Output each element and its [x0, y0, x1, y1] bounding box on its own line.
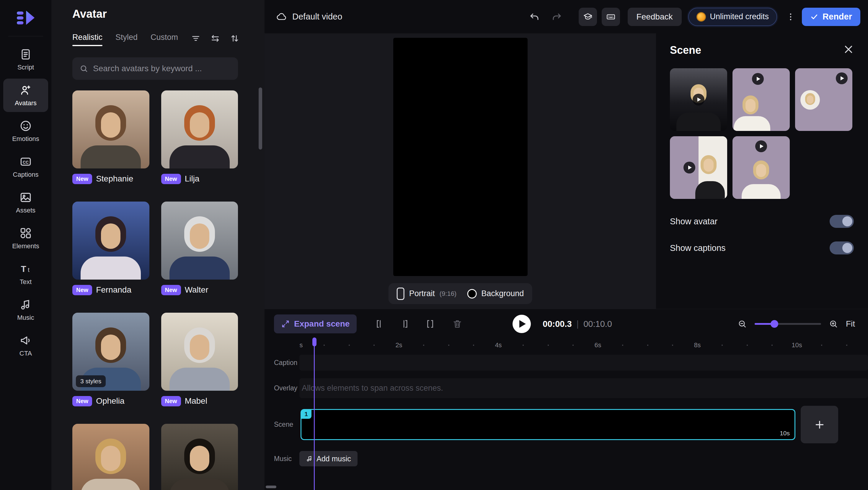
avatar-panel: Avatar Realistic Styled Custom — [51, 0, 265, 490]
more-menu-button[interactable] — [785, 12, 797, 22]
zoom-slider-thumb[interactable] — [771, 320, 778, 328]
sidebar-item-label: CTA — [20, 350, 32, 357]
split-icon[interactable] — [400, 319, 410, 329]
avatars-icon — [19, 84, 32, 97]
avatar-card[interactable]: New Mabel — [161, 313, 238, 407]
scene-layout-thumb-2[interactable] — [733, 68, 790, 131]
avatar-card[interactable]: New Lilja — [161, 90, 238, 184]
avatar-card[interactable]: New Stephanie — [72, 90, 149, 184]
tutorial-button[interactable] — [579, 8, 597, 26]
avatar-tab[interactable]: Realistic — [72, 33, 102, 46]
show-captions-toggle[interactable] — [830, 241, 854, 255]
sidebar-item-cta[interactable]: CTA — [3, 329, 48, 362]
avatar-photo — [72, 424, 149, 490]
trim-end-icon[interactable] — [425, 319, 435, 329]
content-row: Portrait (9:16) Background Scene — [265, 33, 868, 309]
avatar-card[interactable] — [72, 424, 149, 490]
swap-icon[interactable] — [211, 34, 220, 43]
avatar-grid: New Stephanie New Lilja — [72, 90, 238, 490]
expand-scene-button[interactable]: Expand scene — [274, 314, 356, 334]
ruler-tick — [747, 345, 748, 346]
playhead[interactable] — [314, 338, 315, 490]
portrait-phone-icon — [397, 288, 404, 300]
filter-icon[interactable] — [191, 34, 200, 43]
avatar-silhouette-head — [95, 439, 126, 474]
avatar-card[interactable]: New Walter — [161, 202, 238, 295]
scene-clip[interactable]: 1 10s — [301, 409, 795, 440]
caption-track[interactable] — [299, 355, 868, 371]
sidebar-item-label: Elements — [12, 242, 39, 250]
new-badge: New — [72, 174, 92, 184]
sidebar-item-text[interactable]: Tt Text — [3, 257, 48, 291]
new-badge: New — [161, 396, 181, 406]
doc-title-group[interactable]: Default video — [276, 11, 342, 22]
timeline-ruler[interactable]: 0s 2s 4s — [299, 339, 868, 352]
canvas-area: Portrait (9:16) Background — [265, 33, 656, 309]
sidebar-item-script[interactable]: Script — [3, 43, 48, 76]
scene-layout-thumb-1[interactable] — [670, 68, 727, 131]
avatar-meta: New Lilja — [161, 173, 238, 184]
delete-icon[interactable] — [452, 319, 462, 329]
fit-button[interactable]: Fit — [846, 319, 855, 329]
zoom-slider[interactable] — [755, 323, 821, 325]
time-display: 00:00.3 | 00:10.0 — [542, 319, 612, 329]
avatar-card[interactable] — [161, 424, 238, 490]
sidebar-item-music[interactable]: Music — [3, 293, 48, 326]
ruler-tick — [323, 345, 325, 346]
overlay-track-label: Overlay — [274, 384, 299, 392]
play-icon — [693, 94, 705, 106]
add-scene-button[interactable] — [801, 406, 838, 443]
timeline-horizontal-scrollbar[interactable] — [266, 486, 276, 488]
avatar-tab[interactable]: Custom — [151, 33, 178, 46]
person-silhouette — [701, 155, 717, 174]
kebab-icon — [786, 12, 795, 22]
toggle-knob — [842, 243, 852, 253]
music-note-icon — [306, 455, 313, 462]
sidebar-item-elements[interactable]: Elements — [3, 222, 48, 255]
avatar-card[interactable]: 3 styles New Ophelia — [72, 313, 149, 407]
ruler-tick — [473, 345, 474, 346]
show-avatar-toggle[interactable] — [830, 215, 854, 228]
shortcuts-button[interactable] — [602, 8, 620, 26]
search-input[interactable] — [93, 64, 231, 73]
close-icon[interactable] — [843, 44, 854, 55]
scene-layout-thumb-5[interactable] — [733, 136, 790, 199]
avatar-photo: 3 styles — [72, 313, 149, 391]
zoom-out-icon[interactable] — [738, 319, 747, 329]
ruler-tick — [572, 345, 574, 346]
sidebar-item-emotions[interactable]: Emotions — [3, 114, 48, 148]
show-captions-row: Show captions — [670, 241, 854, 255]
avatar-tab[interactable]: Styled — [116, 33, 137, 46]
add-music-button[interactable]: Add music — [299, 451, 358, 466]
scene-layout-thumb-3[interactable] — [795, 68, 852, 131]
avatar-panel-scrollbar[interactable] — [259, 87, 262, 149]
render-button[interactable]: Render — [802, 8, 860, 26]
video-stage[interactable] — [393, 38, 528, 276]
credit-coin-icon — [696, 12, 706, 22]
undo-icon[interactable] — [529, 11, 540, 22]
timeline: Expand scene 00:00.3 | 00:10.0 — [265, 309, 868, 490]
orientation-label[interactable]: Portrait — [409, 289, 435, 298]
credits-pill[interactable]: Unlimited credits — [688, 8, 777, 26]
sort-icon[interactable] — [230, 34, 240, 43]
scene-clip-duration: 10s — [780, 430, 790, 437]
play-button[interactable] — [513, 315, 531, 333]
avatar-card[interactable]: New Fernanda — [72, 202, 149, 295]
playhead-handle[interactable] — [312, 338, 316, 346]
avatar-photo — [161, 202, 238, 280]
zoom-in-icon[interactable] — [829, 319, 838, 329]
feedback-button[interactable]: Feedback — [628, 8, 682, 26]
sidebar-item-captions[interactable]: CC Captions — [3, 150, 48, 183]
sidebar-item-assets[interactable]: Assets — [3, 186, 48, 219]
background-label[interactable]: Background — [481, 289, 524, 298]
sidebar-item-label: Avatars — [15, 99, 37, 107]
app-logo-icon[interactable] — [15, 7, 36, 28]
sidebar-item-avatars[interactable]: Avatars — [3, 79, 48, 112]
scene-panel: Scene — [656, 33, 868, 309]
redo-icon[interactable] — [552, 11, 562, 22]
trim-start-icon[interactable] — [374, 319, 384, 329]
overlay-hint-text: Allows elements to span across scenes. — [302, 384, 443, 393]
avatar-search[interactable] — [72, 57, 238, 80]
overlay-track[interactable]: Allows elements to span across scenes. — [299, 378, 868, 398]
scene-layout-thumb-4[interactable] — [670, 136, 727, 199]
